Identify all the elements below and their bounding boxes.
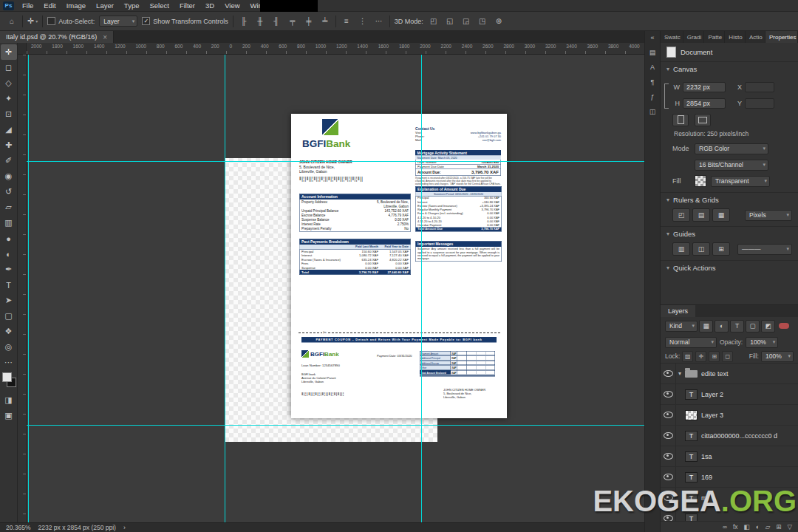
visibility-toggle[interactable] <box>661 467 676 487</box>
layer-name[interactable]: citta0000000...ccccccc0 d <box>701 432 798 440</box>
shape-tool[interactable]: ▢ <box>1 308 17 324</box>
3d-pan-icon[interactable]: ◲ <box>460 16 472 27</box>
visibility-toggle[interactable] <box>661 446 676 466</box>
history-brush-tool[interactable]: ↺ <box>1 184 17 200</box>
auto-select-target-select[interactable]: Layer <box>99 16 137 27</box>
path-selection-tool[interactable]: ➤ <box>1 293 17 308</box>
menu-item[interactable]: Image <box>61 1 91 10</box>
screen-mode-icon[interactable]: ▣ <box>1 408 17 423</box>
menu-item[interactable]: View <box>219 1 245 10</box>
distribute-horizontal-icon[interactable]: ⋮ <box>357 16 369 27</box>
collapse-panels-icon[interactable]: « <box>650 34 654 41</box>
crop-tool[interactable]: ⊡ <box>1 106 17 122</box>
landscape-orientation-button[interactable] <box>695 114 711 126</box>
panel-tab[interactable]: Actio <box>746 31 765 43</box>
canvas-width-field[interactable]: 2232 px <box>683 82 726 92</box>
panel-tab[interactable]: Properties <box>765 31 798 43</box>
canvas-height-field[interactable]: 2854 px <box>683 98 726 109</box>
guides-section-header[interactable]: Guides <box>661 226 798 241</box>
document-page[interactable]: BGFIBank JOHN CITIZEN HOME OWNER 5, Boul… <box>291 114 507 418</box>
layer-name[interactable]: Layer 2 <box>701 391 798 398</box>
new-guide-icon[interactable]: ▥ <box>672 242 690 256</box>
align-horizontal-centers-icon[interactable]: ╫ <box>254 16 266 27</box>
lock-position-icon[interactable]: ⊞ <box>709 351 720 362</box>
distribute-vertical-icon[interactable]: ≡ <box>341 16 352 27</box>
horizontal-ruler[interactable]: 2000180016001400120010008006004002000200… <box>27 43 644 55</box>
filter-pixel-layers-icon[interactable]: ▦ <box>699 320 713 332</box>
guide-style-select[interactable]: ——— <box>737 244 792 255</box>
align-bottom-edges-icon[interactable]: ╧ <box>319 16 331 27</box>
portrait-orientation-button[interactable] <box>672 114 689 126</box>
zoom-tool[interactable]: ◎ <box>1 339 17 355</box>
properties-document-row[interactable]: Document <box>661 43 798 61</box>
wh-link-bracket[interactable] <box>664 83 669 109</box>
visibility-toggle[interactable] <box>661 384 676 404</box>
toggle-rulers-icon[interactable]: ◰ <box>672 208 690 222</box>
panel-tab[interactable]: Histo <box>725 31 746 43</box>
character-panel-icon[interactable]: A <box>650 64 655 71</box>
quick-mask-icon[interactable]: ◨ <box>1 392 17 408</box>
visibility-toggle[interactable] <box>661 405 676 425</box>
guide-vertical-center[interactable] <box>421 55 422 523</box>
layers-tab[interactable]: Layers <box>661 305 695 317</box>
canvas-section-header[interactable]: Canvas <box>661 61 798 76</box>
ruler-origin-corner[interactable] <box>18 43 27 55</box>
panel-tab[interactable]: Swatc <box>661 31 683 43</box>
align-vertical-centers-icon[interactable]: ╪ <box>303 16 315 27</box>
guide-layout-icon[interactable]: ◫ <box>692 242 710 256</box>
lock-all-icon[interactable]: ◻ <box>722 351 733 362</box>
more-align-options-icon[interactable]: ⋯ <box>373 16 385 27</box>
filter-type-layers-icon[interactable]: T <box>730 320 744 332</box>
menu-item[interactable]: Type <box>119 1 145 10</box>
3d-slide-icon[interactable]: ◳ <box>477 16 488 27</box>
menu-item[interactable]: 3D <box>200 1 219 10</box>
layer-filter-toggle-icon[interactable] <box>779 323 789 329</box>
adjustment-layer-icon[interactable]: ◐ <box>756 523 760 531</box>
link-layers-icon[interactable]: ∞ <box>723 523 727 531</box>
home-icon[interactable]: ⌂ <box>6 16 18 27</box>
fill-select[interactable]: Transparent <box>711 176 770 187</box>
menu-item[interactable]: File <box>17 1 38 10</box>
move-tool-preset-icon[interactable]: ✛ <box>27 16 38 26</box>
vertical-ruler[interactable] <box>18 55 27 523</box>
quick-selection-tool[interactable]: ✦ <box>1 91 17 106</box>
fill-checker-swatch[interactable] <box>695 175 706 187</box>
document-tab[interactable]: Italy id.psd @ 20.7% (RGB/16) × <box>0 31 114 43</box>
clone-stamp-tool[interactable]: ◉ <box>1 168 17 184</box>
align-right-edges-icon[interactable]: ╢ <box>270 16 282 27</box>
glyphs-panel-icon[interactable]: ƒ <box>650 93 654 100</box>
move-tool[interactable]: ✛ <box>1 44 17 60</box>
layer-group-icon[interactable]: ▱ <box>765 523 771 531</box>
blend-mode-select[interactable]: Normal <box>665 337 717 348</box>
tab-close-icon[interactable]: × <box>103 33 107 41</box>
foreground-color-swatch[interactable] <box>2 372 12 382</box>
layer-effects-icon[interactable]: fx <box>733 523 738 531</box>
status-chevron-icon[interactable]: › <box>123 524 126 531</box>
dodge-tool[interactable]: ◐ <box>1 246 17 262</box>
eraser-tool[interactable]: ▱ <box>1 200 17 215</box>
libraries-panel-icon[interactable]: ◫ <box>649 108 656 115</box>
lock-pixels-icon[interactable]: ✛ <box>695 351 706 362</box>
new-layer-icon[interactable]: ⊞ <box>776 523 781 531</box>
layer-row[interactable]: Layer 3 <box>661 405 798 426</box>
visibility-toggle[interactable] <box>661 426 676 446</box>
guide-horizontal-bottom[interactable] <box>27 425 644 426</box>
brush-tool[interactable]: ✐ <box>1 153 17 168</box>
align-left-edges-icon[interactable]: ╟ <box>238 16 250 27</box>
toggle-grid-icon[interactable]: ▦ <box>712 208 730 222</box>
layer-row[interactable]: T Layer 2 <box>661 384 798 405</box>
pen-tool[interactable]: ✒ <box>1 262 17 277</box>
panel-tab[interactable]: Patte <box>704 31 725 43</box>
type-tool[interactable]: T <box>1 277 17 293</box>
3d-scale-icon[interactable]: ⊕ <box>493 16 505 27</box>
show-transform-controls-checkbox[interactable] <box>142 17 150 25</box>
zoom-level[interactable]: 20.365% <box>6 524 31 531</box>
layer-mask-icon[interactable]: ◧ <box>744 523 750 531</box>
layer-name[interactable]: 169 <box>701 474 798 481</box>
menu-item[interactable]: Filter <box>174 1 200 10</box>
layer-name[interactable]: 1sa <box>701 453 798 460</box>
align-top-edges-icon[interactable]: ╤ <box>287 16 299 27</box>
panel-tab[interactable]: Gradi <box>683 31 705 43</box>
group-expand-caret[interactable]: ▾ <box>676 370 683 377</box>
edit-toolbar-icon[interactable]: ⋯ <box>1 355 17 370</box>
